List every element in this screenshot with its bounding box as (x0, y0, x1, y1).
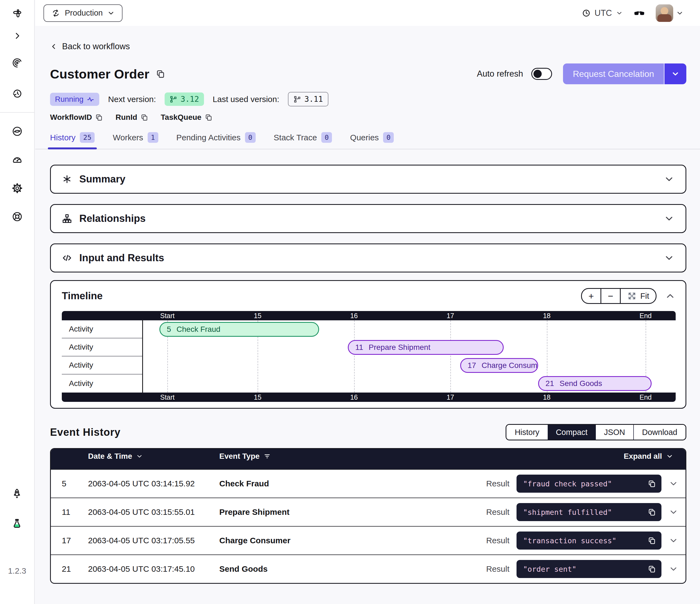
row-label: Activity (62, 338, 142, 357)
task-queue-chip[interactable]: TaskQueue (161, 113, 212, 122)
timezone-selector[interactable]: UTC (582, 8, 623, 18)
whats-new-rocket-icon[interactable] (11, 488, 22, 499)
result-value: "shipment fulfilled" (523, 508, 648, 516)
event-row-check-fraud[interactable]: 5 2063-04-05 UTC 03:14:15.92 Check Fraud… (51, 469, 685, 498)
datetime-column-header[interactable]: Date & Time (88, 452, 219, 461)
dev-mode-glasses-icon[interactable] (633, 7, 645, 19)
cancelation-menu-button[interactable] (664, 64, 686, 84)
run-id-chip[interactable]: RunId (116, 113, 148, 122)
chevron-down-icon[interactable] (664, 252, 675, 263)
timeline-row-labels: Activity Activity Activity Activity (62, 320, 143, 392)
table-header: Date & Time Event Type Expand all (51, 449, 685, 469)
event-row-send-goods[interactable]: 21 2063-04-05 UTC 03:17:45.10 Send Goods… (51, 555, 685, 583)
tab-count-badge: 25 (80, 132, 95, 143)
tab-label: History (50, 133, 75, 142)
copy-icon[interactable] (141, 114, 148, 121)
zoom-in-button[interactable]: + (582, 289, 600, 303)
tab-pending-activities[interactable]: Pending Activities 0 (176, 132, 256, 149)
request-cancelation-button[interactable]: Request Cancelation (563, 64, 664, 84)
result-chip: "fraud check passed" (517, 475, 661, 493)
auto-refresh-label: Auto refresh (477, 69, 523, 79)
chevron-up-icon[interactable] (665, 291, 676, 301)
input-results-section[interactable]: Input and Results (50, 243, 686, 272)
event-type: Send Goods (219, 564, 486, 574)
settings-gear-icon[interactable] (12, 183, 23, 194)
chevron-down-icon[interactable] (664, 213, 675, 224)
sitemap-icon (62, 213, 72, 224)
event-row-prepare-shipment[interactable]: 11 2063-04-05 UTC 03:15:55.01 Prepare Sh… (51, 498, 685, 526)
sidebar-divider (0, 112, 34, 113)
chevron-down-icon[interactable] (664, 174, 675, 185)
expand-all-label: Expand all (624, 452, 662, 461)
expand-all-button[interactable]: Expand all (624, 452, 685, 461)
event-history-view-switcher: History Compact JSON Download (506, 424, 686, 440)
expand-row-chevron-icon[interactable] (661, 564, 685, 574)
sidebar-expand-icon[interactable] (12, 31, 22, 41)
zoom-out-button[interactable]: − (600, 289, 620, 303)
result-chip: "shipment fulfilled" (517, 503, 661, 521)
temporal-logo-icon[interactable] (12, 9, 23, 20)
expand-row-chevron-icon[interactable] (661, 536, 685, 546)
fit-button[interactable]: Fit (620, 289, 656, 303)
column-label: Event Type (219, 452, 259, 461)
back-to-workflows-link[interactable]: Back to workflows (50, 42, 130, 51)
environment-cycle-icon (51, 8, 60, 18)
event-type: Charge Consumer (219, 536, 486, 545)
timeline-bar-prepare-shipment[interactable]: 11 Prepare Shipment (348, 340, 504, 355)
tab-history[interactable]: History 25 (50, 132, 95, 149)
column-label: Date & Time (88, 452, 132, 461)
result-value: "transaction success" (523, 536, 648, 545)
workflow-id-chip[interactable]: WorkflowID (50, 113, 103, 122)
summary-section[interactable]: Summary (50, 165, 686, 194)
filter-icon[interactable] (263, 453, 271, 460)
event-row-charge-consumer[interactable]: 17 2063-04-05 UTC 03:17:05.55 Charge Con… (51, 526, 685, 555)
result-value: "order sent" (523, 565, 648, 573)
copy-icon[interactable] (648, 508, 656, 516)
download-button[interactable]: Download (633, 425, 685, 440)
section-title: Relationships (79, 213, 146, 224)
event-datetime: 2063-04-05 UTC 03:14:15.92 (88, 479, 219, 488)
axis-label: End (640, 393, 652, 401)
event-type-column-header[interactable]: Event Type (219, 452, 624, 461)
auto-refresh-toggle[interactable] (531, 68, 552, 80)
result-chip: "order sent" (517, 560, 661, 578)
labs-flask-icon[interactable] (11, 518, 22, 529)
tab-queries[interactable]: Queries 0 (350, 132, 394, 149)
copy-icon[interactable] (648, 565, 656, 573)
workflows-icon[interactable] (12, 57, 23, 68)
event-id: 11 (62, 507, 88, 517)
timeline-bar-charge-consumer[interactable]: 17 Charge Consumer (460, 358, 538, 373)
bar-event-id: 11 (355, 343, 363, 352)
view-compact-button[interactable]: Compact (548, 425, 596, 440)
request-cancelation-split-button: Request Cancelation (563, 64, 686, 84)
timeline-title: Timeline (62, 290, 103, 302)
tab-label: Pending Activities (176, 133, 241, 142)
view-history-button[interactable]: History (506, 425, 547, 440)
relationships-section[interactable]: Relationships (50, 204, 686, 233)
tab-stack-trace[interactable]: Stack Trace 0 (274, 132, 332, 149)
usage-meter-icon[interactable] (12, 154, 23, 165)
timeline-section: Timeline + − Fit Start 15 16 17 (50, 280, 686, 409)
copy-icon[interactable] (648, 480, 656, 488)
expand-row-chevron-icon[interactable] (661, 507, 685, 517)
copy-icon[interactable] (648, 536, 656, 545)
support-lifebuoy-icon[interactable] (12, 211, 23, 222)
copy-title-icon[interactable] (156, 69, 165, 78)
chevron-down-icon[interactable] (676, 9, 683, 17)
workflow-tabs: History 25 Workers 1 Pending Activities … (35, 132, 700, 149)
copy-icon[interactable] (95, 114, 103, 121)
expand-row-chevron-icon[interactable] (661, 479, 685, 488)
git-branch-icon (170, 95, 177, 103)
timeline-bar-send-goods[interactable]: 21 Send Goods (538, 376, 652, 391)
user-avatar[interactable] (656, 4, 673, 22)
nexus-icon[interactable] (12, 126, 23, 137)
tab-workers[interactable]: Workers 1 (112, 132, 158, 149)
view-json-button[interactable]: JSON (596, 425, 633, 440)
copy-icon[interactable] (205, 114, 212, 121)
schedules-icon[interactable] (12, 88, 23, 99)
result-label: Result (486, 536, 509, 545)
git-branch-icon (293, 95, 301, 103)
timeline-bar-check-fraud[interactable]: 5 Check Fraud (159, 322, 319, 337)
chevron-left-icon (50, 43, 58, 50)
environment-selector[interactable]: Production (44, 4, 123, 22)
